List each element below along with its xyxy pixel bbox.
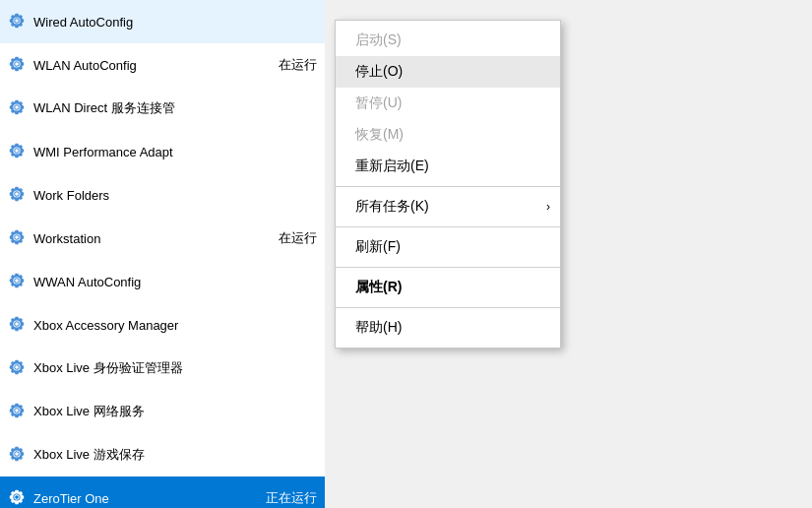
gear-icon [8,55,28,75]
service-row[interactable]: Xbox Live 身份验证管理器 [0,347,325,390]
service-name: Wired AutoConfig [33,15,317,30]
gear-icon [8,98,28,118]
menu-item[interactable]: 所有任务(K) › [336,191,560,222]
service-name: WLAN AutoConfig [33,58,275,73]
menu-item[interactable]: 属性(R) [336,272,560,303]
service-row[interactable]: Wired AutoConfig [0,0,325,43]
service-row[interactable]: WLAN Direct 服务连接管 [0,87,325,130]
gear-icon [8,142,28,161]
menu-item-label: 刷新(F) [355,238,401,256]
service-row[interactable]: Xbox Live 游戏保存 [0,433,325,476]
service-name: WWAN AutoConfig [33,275,317,289]
menu-item-label: 停止(O) [355,63,403,81]
gear-icon [8,445,28,465]
menu-separator [336,186,560,187]
menu-item: 恢复(M) [336,119,560,151]
service-name: ZeroTier One [33,491,262,506]
service-row[interactable]: Xbox Live 网络服务 [0,390,325,433]
gear-icon [8,185,28,205]
service-name: Xbox Live 身份验证管理器 [33,359,317,377]
service-name: Workstation [33,231,275,246]
service-row[interactable]: Workstation 在运行 [0,217,325,260]
menu-item-label: 暂停(U) [355,95,402,112]
service-row[interactable]: Xbox Accessory Manager [0,303,325,347]
service-name: Xbox Accessory Manager [33,318,317,333]
service-row[interactable]: WLAN AutoConfig 在运行 [0,43,325,87]
menu-item: 启动(S) [336,25,560,56]
gear-icon [8,488,28,508]
service-status: 在运行 [279,229,317,247]
gear-icon [8,228,28,248]
menu-separator [336,307,560,308]
gear-icon [8,272,28,291]
menu-item[interactable]: 刷新(F) [336,231,560,263]
menu-item-label: 属性(R) [355,279,402,296]
service-name: WLAN Direct 服务连接管 [33,99,317,117]
gear-icon [8,315,28,335]
submenu-arrow-icon: › [546,200,550,214]
service-status: 正在运行 [266,489,317,507]
menu-item[interactable]: 帮助(H) [336,312,560,344]
menu-item-label: 恢复(M) [355,126,404,144]
service-row[interactable]: ZeroTier One 正在运行 [0,476,325,508]
service-name: WMI Performance Adapt [33,145,317,159]
menu-separator [336,267,560,268]
menu-item[interactable]: 重新启动(E) [336,151,560,182]
menu-item-label: 所有任务(K) [355,198,429,216]
menu-item[interactable]: 停止(O) [336,56,560,88]
service-status: 在运行 [279,56,317,74]
menu-item-label: 帮助(H) [355,319,402,337]
service-name: Xbox Live 游戏保存 [33,446,317,464]
service-name: Work Folders [33,188,317,203]
menu-item-label: 启动(S) [355,32,402,49]
menu-separator [336,226,560,227]
service-row[interactable]: WWAN AutoConfig [0,260,325,303]
service-row[interactable]: Work Folders [0,173,325,217]
context-menu: 启动(S) 停止(O) 暂停(U) 恢复(M) 重新启动(E) 所有任务(K) … [335,20,561,349]
menu-item: 暂停(U) [336,88,560,119]
gear-icon [8,358,28,378]
gear-icon [8,402,28,421]
service-name: Xbox Live 网络服务 [33,403,317,420]
gear-icon [8,12,28,32]
service-row[interactable]: WMI Performance Adapt [0,130,325,173]
service-list: Wired AutoConfig WLAN AutoConfig 在运行 WLA… [0,0,325,508]
menu-item-label: 重新启动(E) [355,158,429,175]
